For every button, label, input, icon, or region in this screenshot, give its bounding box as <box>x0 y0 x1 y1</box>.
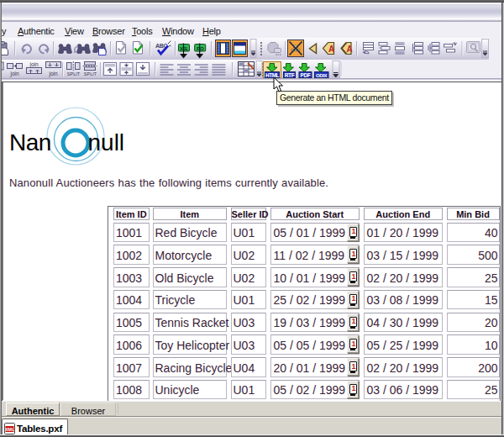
svg-text:join: join <box>9 71 19 77</box>
svg-text:XML: XML <box>5 427 15 432</box>
svg-text:join: join <box>29 61 39 68</box>
svg-text:join: join <box>48 71 58 77</box>
svg-text:A: A <box>347 45 353 54</box>
svg-text:A: A <box>328 45 334 54</box>
svg-text:SPLIT: SPLIT <box>84 71 97 76</box>
svg-text:ODIX: ODIX <box>316 73 327 78</box>
svg-text:RTF: RTF <box>285 72 295 78</box>
svg-text:PDF: PDF <box>300 72 310 78</box>
svg-text:F.O: F.O <box>197 46 204 51</box>
svg-text:SPLIT: SPLIT <box>67 71 81 76</box>
svg-text:XSL: XSL <box>180 46 189 51</box>
